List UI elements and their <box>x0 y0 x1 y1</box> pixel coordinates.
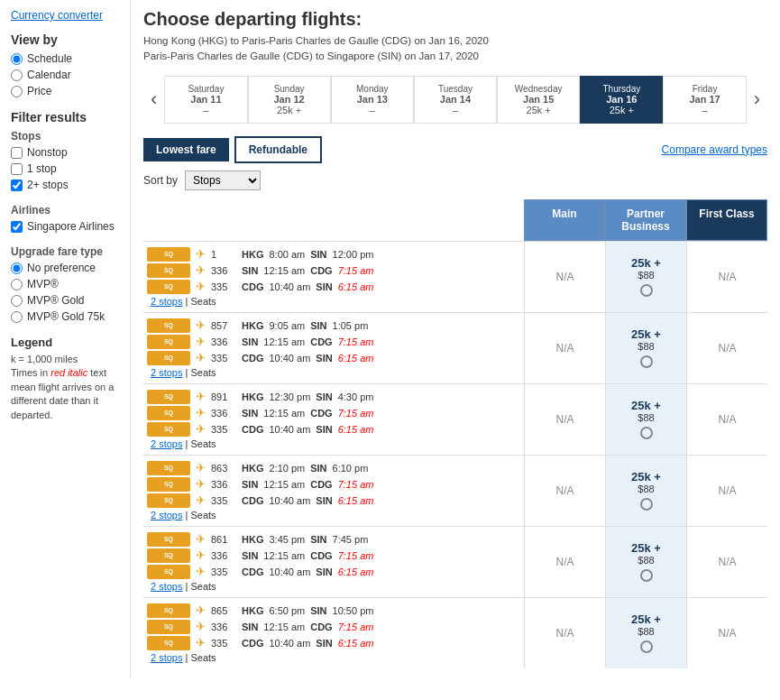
date-tab-0[interactable]: Saturday Jan 11 – <box>164 76 247 124</box>
stops-link[interactable]: 2 stops <box>151 510 182 520</box>
flight-segment: SQ✈335CDG 10:40 am SIN 6:15 am <box>147 422 520 437</box>
upgrade-mvp[interactable]: MVP® <box>11 278 119 290</box>
flight-segments: SQ✈865HKG 6:50 pm SIN 10:50 pmSQ✈336SIN … <box>143 598 524 668</box>
airline-logo: SQ <box>147 318 190 333</box>
partner-fare-cell[interactable]: 25k +$88 <box>605 384 686 455</box>
first-class-fare-cell[interactable]: N/A <box>686 527 767 597</box>
departure-time: 12:15 am <box>263 622 305 632</box>
airline-logo: SQ <box>147 390 190 404</box>
date-tab-2[interactable]: Monday Jan 13 – <box>331 76 414 124</box>
partner-business-column-header[interactable]: Partner Business <box>605 199 686 241</box>
arrival-airport: SIN <box>310 534 326 545</box>
first-class-fare-cell[interactable]: N/A <box>686 313 767 383</box>
upgrade-no-preference[interactable]: No preference <box>11 262 119 274</box>
results-grid: Main Partner Business First Class SQ✈1HK… <box>143 199 767 668</box>
plane-icon: ✈ <box>196 263 206 277</box>
arrival-airport: CDG <box>310 408 332 419</box>
upgrade-mvp-gold[interactable]: MVP® Gold <box>11 294 119 307</box>
departure-time: 10:40 am <box>269 281 310 292</box>
refundable-button[interactable]: Refundable <box>234 136 322 163</box>
view-schedule[interactable]: Schedule <box>11 52 119 65</box>
main-fare-cell[interactable]: N/A <box>524 384 605 455</box>
date-tab-6[interactable]: Friday Jan 17 – <box>663 76 746 124</box>
arrival-time: 4:30 pm <box>338 391 374 402</box>
partner-fare-radio[interactable] <box>640 498 653 511</box>
arrival-time: 6:10 pm <box>333 463 369 474</box>
airline-logo: SQ <box>147 477 190 492</box>
date-tab-1[interactable]: Sunday Jan 12 25k + <box>248 76 331 124</box>
view-price[interactable]: Price <box>11 85 119 97</box>
partner-fare-cell[interactable]: 25k +$88 <box>605 456 686 526</box>
flight-number: 336 <box>211 479 236 490</box>
arrival-airport: CDG <box>310 550 332 561</box>
date-tab-4[interactable]: Wednesday Jan 15 25k + <box>497 76 580 124</box>
flight-segment: SQ✈336SIN 12:15 am CDG 7:15 am <box>147 406 520 420</box>
arrival-time: 6:15 am <box>338 638 374 649</box>
departure-airport: CDG <box>242 281 263 292</box>
first-class-fare-na: N/A <box>718 556 736 568</box>
first-class-fare-cell[interactable]: N/A <box>686 384 767 455</box>
sort-select[interactable]: Stops Duration Departure <box>185 170 261 190</box>
main-fare-cell[interactable]: N/A <box>524 527 605 597</box>
stops-link[interactable]: 2 stops <box>151 652 182 663</box>
filter-2plus-stops[interactable]: 2+ stops <box>11 179 119 191</box>
departure-airport: HKG <box>242 320 263 331</box>
currency-converter-link[interactable]: Currency converter <box>11 9 119 22</box>
flight-segments: SQ✈863HKG 2:10 pm SIN 6:10 pmSQ✈336SIN 1… <box>143 456 524 526</box>
flight-segment: SQ✈335CDG 10:40 am SIN 6:15 am <box>147 565 520 579</box>
partner-fare-radio[interactable] <box>640 569 653 582</box>
main-fare-na: N/A <box>555 556 574 568</box>
departure-airport: HKG <box>242 391 263 402</box>
stops-link[interactable]: 2 stops <box>151 581 182 592</box>
partner-fare-cell[interactable]: 25k +$88 <box>605 242 686 312</box>
flight-number: 861 <box>211 534 236 545</box>
prev-date-arrow[interactable]: ‹ <box>143 88 164 111</box>
first-class-fare-cell[interactable]: N/A <box>686 242 767 312</box>
filter-nonstop[interactable]: Nonstop <box>11 146 119 159</box>
sort-label: Sort by <box>143 174 178 187</box>
flight-segment: SQ✈891HKG 12:30 pm SIN 4:30 pm <box>147 390 520 404</box>
upgrade-mvp-gold-75k[interactable]: MVP® Gold 75k <box>11 310 119 323</box>
airline-logo: SQ <box>147 351 190 365</box>
arrival-airport: SIN <box>316 566 332 577</box>
flight-segment: SQ✈865HKG 6:50 pm SIN 10:50 pm <box>147 603 520 618</box>
partner-fare-radio[interactable] <box>640 640 653 653</box>
stops-link[interactable]: 2 stops <box>151 296 182 307</box>
flight-segments: SQ✈1HKG 8:00 am SIN 12:00 pmSQ✈336SIN 12… <box>143 242 524 312</box>
filter-1stop[interactable]: 1 stop <box>11 162 119 175</box>
view-calendar[interactable]: Calendar <box>11 69 119 81</box>
main-fare-cell[interactable]: N/A <box>524 242 605 312</box>
date-tab-5[interactable]: Thursday Jan 16 25k + <box>580 76 663 124</box>
flight-number: 891 <box>211 391 236 402</box>
departure-time: 10:40 am <box>269 424 310 435</box>
partner-fare-cell[interactable]: 25k +$88 <box>605 527 686 597</box>
plane-icon: ✈ <box>196 603 206 617</box>
flight-segment: SQ✈335CDG 10:40 am SIN 6:15 am <box>147 493 520 508</box>
partner-fare-radio[interactable] <box>640 284 653 297</box>
filter-singapore-airlines[interactable]: Singapore Airlines <box>11 220 119 233</box>
stops-link[interactable]: 2 stops <box>151 367 182 378</box>
main-column-header[interactable]: Main <box>524 199 605 241</box>
airline-logo: SQ <box>147 461 190 475</box>
compare-award-types-link[interactable]: Compare award types <box>662 143 767 156</box>
lowest-fare-button[interactable]: Lowest fare <box>143 138 229 161</box>
arrival-airport: CDG <box>310 265 332 276</box>
stops-link[interactable]: 2 stops <box>151 438 182 449</box>
flight-rows-container: SQ✈1HKG 8:00 am SIN 12:00 pmSQ✈336SIN 12… <box>143 241 767 668</box>
flight-number: 1 <box>211 249 236 260</box>
first-class-fare-cell[interactable]: N/A <box>686 456 767 526</box>
date-tab-3[interactable]: Tuesday Jan 14 – <box>414 76 497 124</box>
main-fare-cell[interactable]: N/A <box>524 313 605 383</box>
partner-fare-radio[interactable] <box>640 355 653 368</box>
partner-fare-cell[interactable]: 25k +$88 <box>605 598 686 668</box>
main-fare-cell[interactable]: N/A <box>524 456 605 526</box>
arrival-airport: SIN <box>316 638 332 649</box>
departure-airport: SIN <box>242 479 258 490</box>
partner-fare-radio[interactable] <box>640 427 653 439</box>
main-content: Choose departing flights: Hong Kong (HKG… <box>131 0 780 677</box>
first-class-column-header[interactable]: First Class <box>686 199 767 241</box>
main-fare-cell[interactable]: N/A <box>524 598 605 668</box>
next-date-arrow[interactable]: › <box>747 88 767 111</box>
first-class-fare-cell[interactable]: N/A <box>686 598 767 668</box>
partner-fare-cell[interactable]: 25k +$88 <box>605 313 686 383</box>
